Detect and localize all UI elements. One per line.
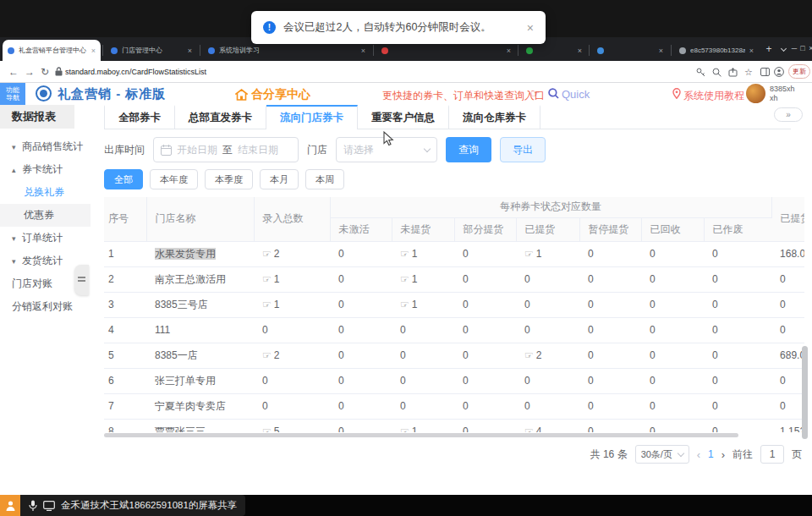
tutorial-link[interactable]: 系统使用教程 — [683, 89, 744, 103]
range-filter-button[interactable]: 本周 — [305, 169, 344, 189]
date-range-input[interactable]: 开始日期 至 结束日期 — [153, 137, 299, 162]
back-icon[interactable]: ← — [8, 61, 19, 83]
quick-label[interactable]: Quick — [562, 88, 590, 101]
value-cell[interactable]: ☞2 — [254, 241, 330, 266]
value-cell: 0 — [771, 317, 804, 343]
share-status-text: 金禾通技术王斌18662591081的屏幕共享 — [61, 499, 237, 512]
forward-icon[interactable]: → — [25, 61, 35, 83]
table-row: 58385一店☞2000☞2000689.0 — [104, 343, 804, 368]
tab-close-icon[interactable]: × — [578, 47, 582, 55]
goto-page-input[interactable]: 1 — [760, 445, 784, 464]
value-cell[interactable]: ☞1 — [392, 419, 454, 432]
hand-link-icon: ☞ — [262, 299, 272, 310]
tab-title: 礼盒营销平台管理中心 — [19, 46, 87, 55]
screen-share-icon[interactable] — [43, 501, 55, 511]
search-button[interactable]: 查询 — [446, 137, 491, 162]
user-avatar[interactable] — [746, 84, 765, 103]
table-row: 2南京王总激活用☞10☞1000000 — [104, 266, 804, 292]
browser-tab[interactable]: e8c573980b1328a258fd2e6f8× — [674, 40, 759, 61]
tab-close-icon[interactable]: × — [91, 47, 96, 55]
row-index-cell: 8 — [104, 419, 146, 432]
row-index-cell: 6 — [104, 368, 146, 393]
expand-tabs-button[interactable]: » — [774, 107, 803, 122]
sidebar-item[interactable]: ▾订单统计 — [0, 227, 91, 250]
quick-search-icon[interactable] — [548, 88, 559, 99]
export-button[interactable]: 导出 — [500, 137, 546, 162]
tab-close-icon[interactable]: × — [361, 47, 365, 55]
next-page-button[interactable]: › — [721, 448, 725, 461]
toast-close-icon[interactable]: × — [527, 21, 534, 35]
value-cell: 0 — [771, 292, 804, 317]
value-cell[interactable]: ☞1 — [254, 266, 330, 292]
tab-separator — [200, 45, 200, 56]
sidebar-item[interactable]: 优惠券 — [0, 204, 91, 227]
browser-tab[interactable]: 门店管理中心× — [106, 40, 197, 61]
browser-tab[interactable]: × — [592, 40, 668, 61]
tab-close-icon[interactable]: × — [659, 47, 663, 55]
page-tab[interactable]: 流向仓库券卡 — [449, 105, 540, 129]
sidebar-item[interactable]: ▾商品销售统计 — [0, 135, 91, 158]
value-cell[interactable]: ☞1 — [516, 241, 579, 266]
page-tab[interactable]: 重要客户信息 — [358, 105, 449, 129]
share-center-link[interactable]: 合分享中心 — [235, 87, 310, 102]
page-vertical-scrollbar[interactable] — [802, 346, 808, 439]
value-cell: 0 — [704, 419, 771, 432]
sidebar-item[interactable]: 兑换礼券 — [0, 181, 91, 204]
bookmark-star-icon[interactable]: ☆ — [744, 61, 753, 83]
start-date-placeholder[interactable]: 开始日期 — [177, 143, 217, 157]
page-tab[interactable]: 全部券卡 — [104, 105, 175, 129]
value-cell[interactable]: ☞1 — [392, 241, 454, 266]
prev-page-button[interactable]: ‹ — [697, 448, 700, 461]
value-cell[interactable]: ☞2 — [516, 343, 579, 368]
value-cell[interactable]: ☞1 — [254, 292, 330, 317]
value-cell: 0 — [704, 343, 771, 368]
sidebar-item[interactable]: 分销返利对账 — [0, 295, 91, 318]
menu-lines-icon — [78, 277, 85, 278]
page-size-select[interactable]: 30条/页 — [635, 445, 689, 464]
value-cell[interactable]: ☞1 — [392, 266, 454, 292]
store-filter-label: 门店 — [307, 143, 327, 157]
page-tab[interactable]: 流向门店券卡 — [266, 105, 358, 129]
calendar-icon — [161, 145, 172, 156]
value-cell: 0 — [704, 241, 771, 266]
tab-separator — [373, 45, 374, 56]
value-cell: 0 — [330, 419, 392, 432]
range-filter-button[interactable]: 本年度 — [150, 169, 198, 189]
chrome-update-button[interactable]: 更新 — [788, 64, 810, 79]
browser-tab[interactable]: 礼盒营销平台管理中心× — [3, 40, 101, 61]
range-filter-button[interactable]: 本月 — [260, 169, 299, 189]
value-cell[interactable]: ☞4 — [516, 419, 579, 432]
tab-close-icon[interactable]: × — [507, 47, 511, 55]
range-filter-button[interactable]: 本季度 — [205, 169, 253, 189]
profile-icon[interactable] — [774, 67, 784, 77]
new-tab-button[interactable]: + — [762, 42, 776, 56]
side-panel-icon[interactable] — [760, 68, 770, 76]
window-close-button[interactable]: × — [805, 41, 812, 56]
value-cell[interactable]: ☞1 — [392, 292, 454, 317]
sidebar-item[interactable]: ▴券卡统计 — [0, 158, 91, 181]
page-tab[interactable]: 总部直发券卡 — [175, 105, 266, 129]
function-nav-button[interactable]: 功能 导航 — [0, 83, 25, 105]
end-date-placeholder[interactable]: 结束日期 — [238, 143, 278, 157]
tabstrip-menu-chevron-icon[interactable] — [777, 41, 789, 56]
column-header: 未激活 — [330, 217, 392, 241]
zoom-icon[interactable] — [712, 68, 721, 77]
value-cell: 0 — [704, 266, 771, 292]
table-horizontal-scrollbar[interactable] — [104, 433, 791, 438]
value-cell[interactable]: ☞2 — [254, 343, 330, 368]
row-index-cell: 3 — [104, 292, 146, 317]
share-icon[interactable] — [728, 68, 738, 77]
current-page[interactable]: 1 — [708, 448, 714, 460]
sidebar-collapse-handle[interactable] — [74, 265, 89, 295]
mouse-cursor — [383, 131, 395, 146]
key-icon[interactable] — [696, 68, 705, 77]
microphone-icon[interactable] — [29, 500, 37, 512]
address-bar[interactable]: standard.maboy.cn/CardFlowStatisticsList — [65, 61, 206, 83]
app-header: 功能 导航 礼盒营销 - 标准版 合分享中心 更快捷的券卡、订单和快递查询入口 … — [0, 83, 812, 105]
tab-close-icon[interactable]: × — [749, 47, 754, 55]
value-cell[interactable]: ☞5 — [254, 419, 330, 432]
range-filter-button[interactable]: 全部 — [104, 169, 143, 189]
caret-icon: ▾ — [12, 228, 22, 250]
tab-close-icon[interactable]: × — [188, 47, 192, 55]
reload-icon[interactable]: ↻ — [41, 61, 49, 83]
